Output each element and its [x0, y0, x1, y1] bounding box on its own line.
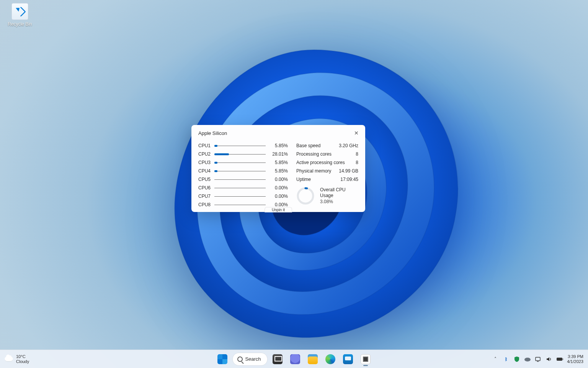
recycle-bin[interactable]: Recycle Bin [5, 2, 34, 27]
cpu-monitor-popup: ✕ Apple Silicon CPU15.85%CPU228.01%CPU35… [191, 125, 365, 212]
taskbar-center: Search [215, 352, 373, 367]
cpu-row: CPU15.85% [198, 141, 288, 150]
close-icon: ✕ [354, 130, 359, 136]
info-label: Uptime [296, 177, 311, 182]
cpu-label: CPU3 [198, 160, 214, 165]
svg-point-2 [524, 358, 531, 361]
cpu-label: CPU1 [198, 143, 214, 148]
cpu-percent: 0.00% [269, 185, 288, 191]
overall-usage-value: 3.08% [320, 199, 358, 205]
cpu-label: CPU7 [198, 194, 214, 199]
weather-widget[interactable]: 10°C Cloudy [5, 354, 29, 364]
svg-rect-3 [536, 357, 540, 361]
search-box[interactable]: Search [232, 353, 267, 366]
system-tray[interactable]: ˄ ᛒ [492, 356, 563, 363]
search-label: Search [245, 356, 261, 362]
chevron-up-icon[interactable]: ˄ [492, 356, 499, 363]
info-label: Processing cores [296, 151, 332, 157]
task-view-icon [273, 354, 283, 364]
network-icon[interactable] [535, 356, 542, 363]
cpu-row: CPU70.00% [198, 192, 288, 200]
cpu-label: CPU5 [198, 177, 214, 182]
cpu-row: CPU228.01% [198, 150, 288, 158]
overall-cpu-usage: Overall CPU Usage 3.08% [296, 187, 358, 205]
cpu-label: CPU6 [198, 185, 214, 191]
cpu-percent: 0.00% [269, 194, 288, 199]
cpu-bar [214, 171, 266, 171]
unpin-button[interactable]: Unpin it [265, 207, 292, 212]
info-value: 8 [356, 160, 358, 165]
info-row: Uptime17:09:45 [296, 175, 358, 184]
overall-usage-label: Overall CPU Usage [320, 187, 358, 199]
info-label: Physical memory [296, 168, 331, 174]
info-label: Active processing cores [296, 160, 345, 165]
battery-icon[interactable] [556, 356, 563, 363]
cpu-core-list: CPU15.85%CPU228.01%CPU35.85%CPU45.85%CPU… [198, 141, 288, 209]
svg-rect-5 [557, 358, 562, 361]
cpu-bar [214, 179, 266, 180]
cpu-bar [214, 163, 266, 163]
taskbar-right: ˄ ᛒ 3:39 PM 4/1/2 [492, 354, 583, 364]
cpu-bar [214, 188, 266, 188]
weather-cloud-icon [5, 356, 13, 362]
onedrive-icon[interactable] [524, 356, 531, 363]
windows-logo-icon [217, 354, 227, 364]
cpu-chip-icon [361, 354, 371, 364]
cpu-label: CPU2 [198, 151, 214, 157]
cpu-row: CPU45.85% [198, 167, 288, 175]
folder-icon [308, 354, 318, 364]
weather-temp: 10°C [16, 354, 29, 359]
edge-button[interactable] [323, 352, 338, 367]
system-info-list: Base speed3.20 GHzProcessing cores8Activ… [296, 141, 358, 209]
cpu-label: CPU4 [198, 168, 214, 174]
edge-icon [325, 354, 335, 364]
clock-time: 3:39 PM [567, 354, 583, 359]
info-value: 17:09:45 [340, 177, 358, 182]
cpu-percent: 0.00% [269, 177, 288, 182]
chat-button[interactable] [287, 352, 303, 367]
close-button[interactable]: ✕ [351, 128, 361, 138]
svg-point-0 [298, 188, 313, 204]
info-row: Base speed3.20 GHz [296, 141, 358, 150]
info-label: Base speed [296, 143, 320, 148]
clock-date: 4/1/2023 [567, 359, 583, 364]
info-row: Physical memory14.99 GB [296, 167, 358, 175]
info-value: 14.99 GB [339, 168, 358, 174]
cpu-bar [214, 154, 266, 154]
store-button[interactable] [340, 352, 356, 367]
info-value: 8 [356, 151, 358, 157]
cpu-percent: 28.01% [269, 151, 288, 157]
volume-icon[interactable] [546, 356, 552, 363]
task-view-button[interactable] [270, 352, 285, 367]
bluetooth-icon[interactable]: ᛒ [503, 356, 510, 363]
clock[interactable]: 3:39 PM 4/1/2023 [567, 354, 583, 364]
desktop[interactable]: Recycle Bin ✕ Apple Silicon CPU15.85%CPU… [0, 0, 588, 368]
info-row: Active processing cores8 [296, 158, 358, 167]
store-icon [343, 354, 353, 364]
search-icon [237, 356, 243, 362]
svg-rect-6 [563, 358, 563, 360]
cpu-row: CPU60.00% [198, 184, 288, 192]
start-button[interactable] [215, 352, 230, 367]
info-value: 3.20 GHz [339, 143, 358, 148]
file-explorer-button[interactable] [305, 352, 320, 367]
cpu-percent: 0.00% [269, 202, 288, 207]
security-icon[interactable] [513, 356, 520, 363]
recycle-bin-icon [11, 3, 28, 20]
cpu-bar [214, 196, 266, 197]
chat-icon [290, 354, 300, 364]
overall-usage-donut-icon [296, 187, 315, 205]
weather-desc: Cloudy [16, 359, 29, 364]
cpu-percent: 5.85% [269, 160, 288, 165]
cpu-row: CPU35.85% [198, 158, 288, 167]
recycle-bin-label: Recycle Bin [5, 21, 34, 27]
cpu-percent: 5.85% [269, 143, 288, 148]
cpu-percent: 5.85% [269, 168, 288, 174]
taskbar: 10°C Cloudy Search ˄ ᛒ [0, 350, 588, 368]
cpu-monitor-app-button[interactable] [358, 352, 373, 367]
cpu-row: CPU50.00% [198, 175, 288, 184]
popup-title: Apple Silicon [198, 130, 358, 136]
cpu-label: CPU8 [198, 202, 214, 207]
info-row: Processing cores8 [296, 150, 358, 158]
cpu-bar [214, 146, 266, 146]
